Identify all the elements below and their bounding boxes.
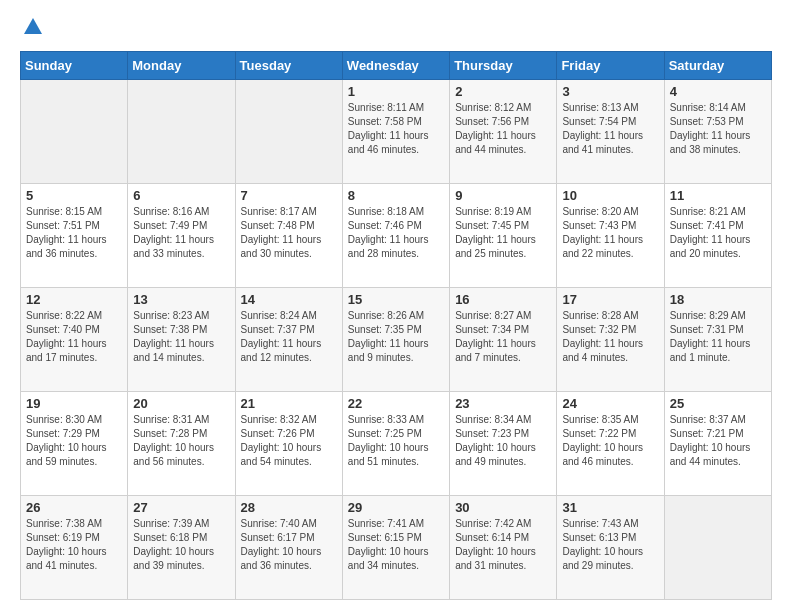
calendar-cell: 11Sunrise: 8:21 AM Sunset: 7:41 PM Dayli… xyxy=(664,184,771,288)
day-info: Sunrise: 8:21 AM Sunset: 7:41 PM Dayligh… xyxy=(670,205,766,261)
day-number: 18 xyxy=(670,292,766,307)
day-info: Sunrise: 8:15 AM Sunset: 7:51 PM Dayligh… xyxy=(26,205,122,261)
day-number: 5 xyxy=(26,188,122,203)
calendar-week-1: 1Sunrise: 8:11 AM Sunset: 7:58 PM Daylig… xyxy=(21,80,772,184)
logo xyxy=(20,16,44,43)
calendar-cell xyxy=(235,80,342,184)
calendar-cell: 16Sunrise: 8:27 AM Sunset: 7:34 PM Dayli… xyxy=(450,288,557,392)
day-info: Sunrise: 8:32 AM Sunset: 7:26 PM Dayligh… xyxy=(241,413,337,469)
day-header-thursday: Thursday xyxy=(450,52,557,80)
calendar-header-row: SundayMondayTuesdayWednesdayThursdayFrid… xyxy=(21,52,772,80)
day-number: 3 xyxy=(562,84,658,99)
calendar-cell: 7Sunrise: 8:17 AM Sunset: 7:48 PM Daylig… xyxy=(235,184,342,288)
day-number: 2 xyxy=(455,84,551,99)
calendar-cell: 24Sunrise: 8:35 AM Sunset: 7:22 PM Dayli… xyxy=(557,392,664,496)
calendar-week-5: 26Sunrise: 7:38 AM Sunset: 6:19 PM Dayli… xyxy=(21,496,772,600)
calendar-cell xyxy=(128,80,235,184)
calendar-cell: 8Sunrise: 8:18 AM Sunset: 7:46 PM Daylig… xyxy=(342,184,449,288)
day-number: 13 xyxy=(133,292,229,307)
day-info: Sunrise: 7:41 AM Sunset: 6:15 PM Dayligh… xyxy=(348,517,444,573)
calendar-cell: 12Sunrise: 8:22 AM Sunset: 7:40 PM Dayli… xyxy=(21,288,128,392)
day-info: Sunrise: 8:22 AM Sunset: 7:40 PM Dayligh… xyxy=(26,309,122,365)
calendar-cell: 19Sunrise: 8:30 AM Sunset: 7:29 PM Dayli… xyxy=(21,392,128,496)
day-info: Sunrise: 8:12 AM Sunset: 7:56 PM Dayligh… xyxy=(455,101,551,157)
calendar-week-3: 12Sunrise: 8:22 AM Sunset: 7:40 PM Dayli… xyxy=(21,288,772,392)
day-number: 15 xyxy=(348,292,444,307)
calendar-week-4: 19Sunrise: 8:30 AM Sunset: 7:29 PM Dayli… xyxy=(21,392,772,496)
calendar-cell: 31Sunrise: 7:43 AM Sunset: 6:13 PM Dayli… xyxy=(557,496,664,600)
day-number: 10 xyxy=(562,188,658,203)
day-info: Sunrise: 7:38 AM Sunset: 6:19 PM Dayligh… xyxy=(26,517,122,573)
calendar-cell: 6Sunrise: 8:16 AM Sunset: 7:49 PM Daylig… xyxy=(128,184,235,288)
calendar-cell: 18Sunrise: 8:29 AM Sunset: 7:31 PM Dayli… xyxy=(664,288,771,392)
calendar-cell: 2Sunrise: 8:12 AM Sunset: 7:56 PM Daylig… xyxy=(450,80,557,184)
day-header-sunday: Sunday xyxy=(21,52,128,80)
day-header-saturday: Saturday xyxy=(664,52,771,80)
day-info: Sunrise: 8:18 AM Sunset: 7:46 PM Dayligh… xyxy=(348,205,444,261)
day-number: 23 xyxy=(455,396,551,411)
calendar-cell: 3Sunrise: 8:13 AM Sunset: 7:54 PM Daylig… xyxy=(557,80,664,184)
calendar-cell: 22Sunrise: 8:33 AM Sunset: 7:25 PM Dayli… xyxy=(342,392,449,496)
calendar-cell xyxy=(664,496,771,600)
day-number: 11 xyxy=(670,188,766,203)
day-info: Sunrise: 8:20 AM Sunset: 7:43 PM Dayligh… xyxy=(562,205,658,261)
day-info: Sunrise: 8:35 AM Sunset: 7:22 PM Dayligh… xyxy=(562,413,658,469)
day-info: Sunrise: 8:37 AM Sunset: 7:21 PM Dayligh… xyxy=(670,413,766,469)
day-number: 17 xyxy=(562,292,658,307)
day-number: 31 xyxy=(562,500,658,515)
day-number: 4 xyxy=(670,84,766,99)
calendar-cell: 26Sunrise: 7:38 AM Sunset: 6:19 PM Dayli… xyxy=(21,496,128,600)
calendar-cell: 9Sunrise: 8:19 AM Sunset: 7:45 PM Daylig… xyxy=(450,184,557,288)
day-number: 25 xyxy=(670,396,766,411)
day-info: Sunrise: 8:19 AM Sunset: 7:45 PM Dayligh… xyxy=(455,205,551,261)
header xyxy=(20,16,772,43)
day-header-tuesday: Tuesday xyxy=(235,52,342,80)
day-info: Sunrise: 8:28 AM Sunset: 7:32 PM Dayligh… xyxy=(562,309,658,365)
day-header-wednesday: Wednesday xyxy=(342,52,449,80)
day-number: 9 xyxy=(455,188,551,203)
day-info: Sunrise: 8:26 AM Sunset: 7:35 PM Dayligh… xyxy=(348,309,444,365)
day-info: Sunrise: 8:24 AM Sunset: 7:37 PM Dayligh… xyxy=(241,309,337,365)
day-info: Sunrise: 8:23 AM Sunset: 7:38 PM Dayligh… xyxy=(133,309,229,365)
day-number: 27 xyxy=(133,500,229,515)
calendar-cell xyxy=(21,80,128,184)
page: SundayMondayTuesdayWednesdayThursdayFrid… xyxy=(0,0,792,612)
day-number: 20 xyxy=(133,396,229,411)
calendar-cell: 17Sunrise: 8:28 AM Sunset: 7:32 PM Dayli… xyxy=(557,288,664,392)
day-number: 28 xyxy=(241,500,337,515)
calendar-cell: 29Sunrise: 7:41 AM Sunset: 6:15 PM Dayli… xyxy=(342,496,449,600)
day-info: Sunrise: 8:17 AM Sunset: 7:48 PM Dayligh… xyxy=(241,205,337,261)
day-number: 8 xyxy=(348,188,444,203)
calendar-cell: 13Sunrise: 8:23 AM Sunset: 7:38 PM Dayli… xyxy=(128,288,235,392)
calendar-cell: 20Sunrise: 8:31 AM Sunset: 7:28 PM Dayli… xyxy=(128,392,235,496)
day-number: 1 xyxy=(348,84,444,99)
calendar-cell: 27Sunrise: 7:39 AM Sunset: 6:18 PM Dayli… xyxy=(128,496,235,600)
day-info: Sunrise: 8:30 AM Sunset: 7:29 PM Dayligh… xyxy=(26,413,122,469)
day-number: 12 xyxy=(26,292,122,307)
calendar-cell: 15Sunrise: 8:26 AM Sunset: 7:35 PM Dayli… xyxy=(342,288,449,392)
day-info: Sunrise: 7:42 AM Sunset: 6:14 PM Dayligh… xyxy=(455,517,551,573)
calendar-table: SundayMondayTuesdayWednesdayThursdayFrid… xyxy=(20,51,772,600)
day-info: Sunrise: 8:13 AM Sunset: 7:54 PM Dayligh… xyxy=(562,101,658,157)
calendar-week-2: 5Sunrise: 8:15 AM Sunset: 7:51 PM Daylig… xyxy=(21,184,772,288)
day-info: Sunrise: 8:31 AM Sunset: 7:28 PM Dayligh… xyxy=(133,413,229,469)
day-header-monday: Monday xyxy=(128,52,235,80)
calendar-cell: 30Sunrise: 7:42 AM Sunset: 6:14 PM Dayli… xyxy=(450,496,557,600)
calendar-cell: 25Sunrise: 8:37 AM Sunset: 7:21 PM Dayli… xyxy=(664,392,771,496)
day-info: Sunrise: 7:40 AM Sunset: 6:17 PM Dayligh… xyxy=(241,517,337,573)
day-number: 24 xyxy=(562,396,658,411)
day-number: 22 xyxy=(348,396,444,411)
day-number: 6 xyxy=(133,188,229,203)
calendar-cell: 10Sunrise: 8:20 AM Sunset: 7:43 PM Dayli… xyxy=(557,184,664,288)
day-info: Sunrise: 8:11 AM Sunset: 7:58 PM Dayligh… xyxy=(348,101,444,157)
day-info: Sunrise: 8:14 AM Sunset: 7:53 PM Dayligh… xyxy=(670,101,766,157)
svg-marker-0 xyxy=(24,18,42,34)
day-info: Sunrise: 8:34 AM Sunset: 7:23 PM Dayligh… xyxy=(455,413,551,469)
calendar-cell: 4Sunrise: 8:14 AM Sunset: 7:53 PM Daylig… xyxy=(664,80,771,184)
day-number: 14 xyxy=(241,292,337,307)
day-info: Sunrise: 8:29 AM Sunset: 7:31 PM Dayligh… xyxy=(670,309,766,365)
logo-icon xyxy=(22,16,44,38)
day-info: Sunrise: 7:39 AM Sunset: 6:18 PM Dayligh… xyxy=(133,517,229,573)
day-info: Sunrise: 8:16 AM Sunset: 7:49 PM Dayligh… xyxy=(133,205,229,261)
day-number: 21 xyxy=(241,396,337,411)
